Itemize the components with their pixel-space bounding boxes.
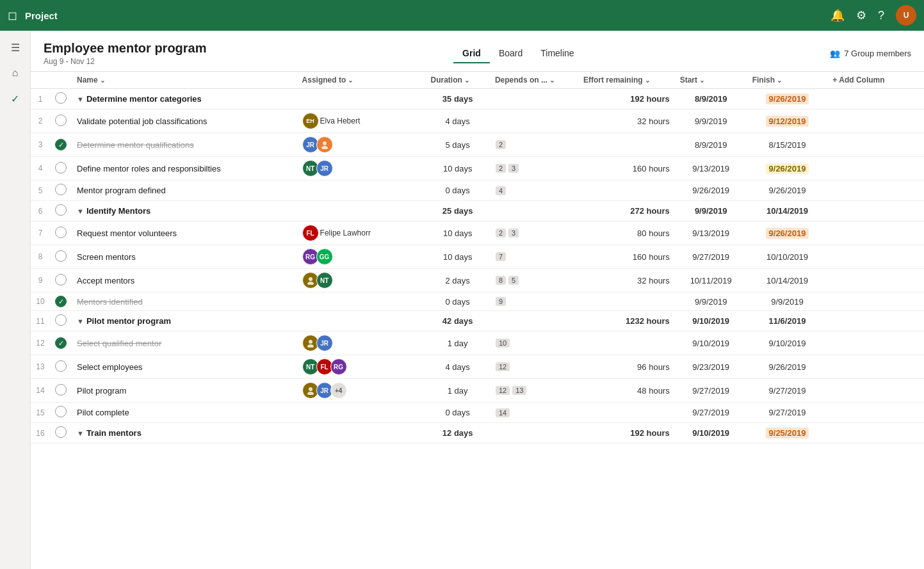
task-name[interactable]: Mentor program defined xyxy=(77,186,166,195)
task-checkbox[interactable] xyxy=(55,184,67,195)
task-name[interactable]: Accept mentors xyxy=(77,276,134,285)
task-checkbox[interactable]: ✓ xyxy=(55,139,67,150)
table-row: 2Validate potential job classificationsE… xyxy=(31,109,924,133)
task-checkbox[interactable] xyxy=(55,426,67,438)
task-name[interactable]: Pilot program xyxy=(77,386,126,396)
avatar: RG xyxy=(330,358,347,375)
row-checkbox-cell xyxy=(50,180,72,201)
task-checkbox[interactable] xyxy=(55,227,67,238)
task-name[interactable]: ▼Determine mentor categories xyxy=(77,94,202,104)
row-number: 1 xyxy=(31,89,50,109)
row-number: 5 xyxy=(31,180,50,201)
addcol-cell xyxy=(827,403,924,423)
task-name[interactable]: ▼Train mentors xyxy=(77,428,142,438)
task-checkbox[interactable] xyxy=(55,115,67,126)
effort-value: 192 hours xyxy=(630,94,669,104)
table-row: 10✓Mentors identified0 days99/9/20199/9/… xyxy=(31,293,924,311)
finish-date-cell: 9/26/2019 xyxy=(747,157,828,180)
task-checkbox[interactable] xyxy=(55,384,67,396)
col-header-start[interactable]: Start ⌄ xyxy=(675,72,747,89)
help-icon[interactable]: ? xyxy=(878,9,884,22)
col-header-finish[interactable]: Finish ⌄ xyxy=(747,72,828,89)
hamburger-icon[interactable]: ◻ xyxy=(8,8,17,22)
bell-icon[interactable]: 🔔 xyxy=(831,8,845,22)
start-date: 9/23/2019 xyxy=(692,362,729,372)
task-checkbox[interactable] xyxy=(55,250,67,262)
table-row: 11▼Pilot mentor program42 days1232 hours… xyxy=(31,311,924,332)
table-row: 6▼Identify Mentors25 days272 hours9/9/20… xyxy=(31,201,924,221)
sidebar-home-icon[interactable]: ⌂ xyxy=(4,61,27,84)
col-header-duration[interactable]: Duration ⌄ xyxy=(425,72,489,89)
dependency-badge: 12 xyxy=(496,386,510,395)
duration-cell: 1 day xyxy=(425,379,489,403)
task-name[interactable]: Define mentor roles and responsibilties xyxy=(77,164,221,173)
depends-cell xyxy=(490,89,578,109)
effort-cell: 96 hours xyxy=(578,355,675,379)
svg-point-3 xyxy=(307,282,314,285)
task-name[interactable]: ▼Identify Mentors xyxy=(77,206,150,216)
start-date: 8/9/2019 xyxy=(695,140,727,150)
sidebar-check-icon[interactable]: ✓ xyxy=(4,87,27,110)
sidebar-menu-icon[interactable]: ☰ xyxy=(4,36,27,59)
task-checkbox[interactable] xyxy=(55,204,67,216)
task-name[interactable]: Select qualified mentor xyxy=(77,339,161,348)
start-date: 9/9/2019 xyxy=(695,116,727,126)
task-name[interactable]: Screen mentors xyxy=(77,252,136,262)
group-expand-icon[interactable]: ▼ xyxy=(77,207,84,215)
task-checkbox[interactable] xyxy=(55,314,67,326)
effort-value: 48 hours xyxy=(637,386,670,396)
group-members-button[interactable]: 👥 7 Group members xyxy=(830,49,911,58)
addcol-cell xyxy=(827,157,924,180)
task-name[interactable]: ▼Pilot mentor program xyxy=(77,316,171,326)
start-date-cell: 10/11/2019 xyxy=(675,269,747,293)
task-checkbox[interactable] xyxy=(55,162,67,173)
task-name[interactable]: Pilot complete xyxy=(77,408,129,417)
duration-value: 0 days xyxy=(446,186,470,195)
user-avatar[interactable]: U xyxy=(896,5,916,26)
table-row: 14Pilot programJR+41 day121348 hours9/27… xyxy=(31,379,924,403)
group-expand-icon[interactable]: ▼ xyxy=(77,429,84,437)
assigned-cell: JR xyxy=(297,332,426,355)
task-name[interactable]: Select employees xyxy=(77,362,143,372)
tab-board[interactable]: Board xyxy=(490,44,531,63)
group-expand-icon[interactable]: ▼ xyxy=(77,95,84,103)
avatar: NT xyxy=(316,272,333,289)
tab-timeline[interactable]: Timeline xyxy=(531,44,583,63)
avatar: EH xyxy=(302,113,319,129)
duration-value: 4 days xyxy=(446,116,470,126)
task-name[interactable]: Mentors identified xyxy=(77,297,143,307)
task-checkbox[interactable] xyxy=(55,92,67,104)
finish-date: 10/14/2019 xyxy=(766,276,808,285)
group-expand-icon[interactable]: ▼ xyxy=(77,317,84,325)
avatar: GG xyxy=(316,248,333,265)
col-header-effort[interactable]: Effort remaining ⌄ xyxy=(578,72,675,89)
effort-cell: 192 hours xyxy=(578,423,675,444)
tab-grid[interactable]: Grid xyxy=(453,44,490,63)
task-name-cell: Validate potential job classifications xyxy=(72,109,297,133)
effort-cell: 1232 hours xyxy=(578,311,675,332)
gear-icon[interactable]: ⚙ xyxy=(856,8,866,22)
task-name[interactable]: Determine mentor qualifications xyxy=(77,140,194,150)
task-name-cell: ▼Train mentors xyxy=(72,423,297,444)
col-header-depends[interactable]: Depends on ... ⌄ xyxy=(490,72,578,89)
avatars-group: JR+4 xyxy=(302,382,421,399)
effort-cell xyxy=(578,133,675,157)
task-name[interactable]: Request mentor volunteers xyxy=(77,228,177,238)
task-name[interactable]: Validate potential job classifications xyxy=(77,116,207,126)
col-header-name[interactable]: Name ⌄ xyxy=(72,72,297,89)
col-header-addcol[interactable]: + Add Column xyxy=(827,72,924,89)
table-row: 13Select employeesNTFLRG4 days1296 hours… xyxy=(31,355,924,379)
row-checkbox-cell xyxy=(50,311,72,332)
task-checkbox[interactable] xyxy=(55,274,67,285)
task-checkbox[interactable]: ✓ xyxy=(55,296,67,307)
task-checkbox[interactable]: ✓ xyxy=(55,337,67,349)
row-checkbox-cell xyxy=(50,379,72,403)
start-date-cell: 9/13/2019 xyxy=(675,221,747,245)
duration-cell: 12 days xyxy=(425,423,489,444)
finish-date-cell: 9/25/2019 xyxy=(747,423,828,444)
col-header-assigned[interactable]: Assigned to ⌄ xyxy=(297,72,426,89)
task-checkbox[interactable] xyxy=(55,406,67,417)
effort-value: 1232 hours xyxy=(626,316,670,326)
task-checkbox[interactable] xyxy=(55,360,67,372)
row-checkbox-cell: ✓ xyxy=(50,293,72,311)
